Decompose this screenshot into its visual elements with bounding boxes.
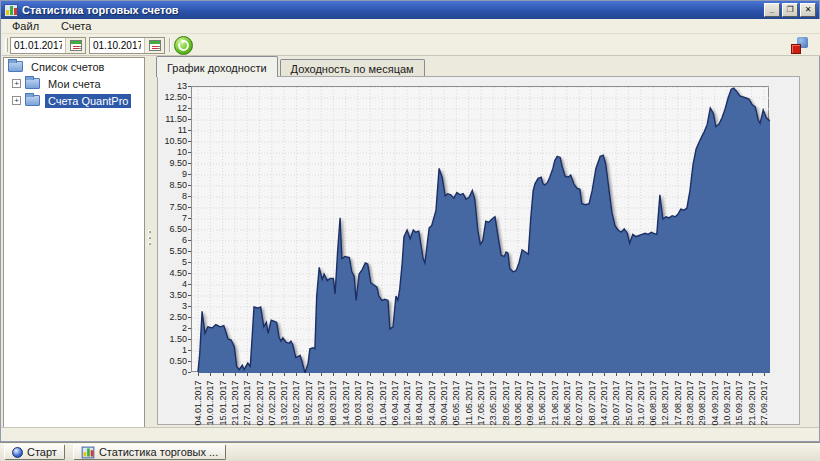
- calendar-icon: [149, 40, 161, 51]
- y-axis-tick: [188, 108, 191, 109]
- y-axis-label: 7.50: [161, 203, 187, 212]
- x-axis-label: 03.06.2017: [512, 377, 524, 429]
- x-axis-label: 27.09.2017: [758, 377, 770, 429]
- status-bar: [1, 427, 819, 441]
- y-axis-label: 3: [161, 302, 187, 311]
- folder-icon: [8, 61, 23, 72]
- x-axis-label: 25.07.2017: [623, 377, 635, 429]
- x-axis-label: 10.01.2017: [204, 377, 216, 429]
- x-axis-tick: [702, 373, 703, 376]
- date-to-calendar-button[interactable]: [144, 38, 164, 53]
- app-window: Статистика торговых счетов _ ❐ ✕ Файл Сч…: [0, 0, 820, 442]
- x-axis-tick: [641, 373, 642, 376]
- date-from-input[interactable]: [11, 38, 65, 53]
- x-axis-label: 25.02.2017: [303, 377, 315, 429]
- y-axis-tick: [188, 361, 191, 362]
- x-axis-label: 07.02.2017: [266, 377, 278, 429]
- area-series-svg: [192, 87, 770, 373]
- tab-monthly-profit[interactable]: Доходность по месяцам: [280, 59, 425, 77]
- y-axis-label: 10: [161, 148, 187, 157]
- x-axis-tick: [542, 373, 543, 376]
- x-axis-tick: [383, 373, 384, 376]
- tab-profit-chart[interactable]: График доходности: [156, 56, 278, 77]
- profit-area-chart: 00.5011.5022.5033.5044.5055.5066.5077.50…: [161, 81, 806, 427]
- x-axis-tick: [284, 373, 285, 376]
- x-axis-label: 14.03.2017: [340, 377, 352, 429]
- menu-file[interactable]: Файл: [10, 19, 41, 33]
- y-axis-label: 4: [161, 280, 187, 289]
- x-axis-label: 01.04.2017: [377, 377, 389, 429]
- x-axis-tick: [456, 373, 457, 376]
- panel-splitter[interactable]: [145, 57, 154, 428]
- minimize-button[interactable]: _: [764, 3, 780, 17]
- tree-root-accounts-list[interactable]: Список счетов: [4, 58, 144, 75]
- x-axis-tick: [358, 373, 359, 376]
- x-axis-label: 15.01.2017: [217, 377, 229, 429]
- y-axis-tick: [188, 273, 191, 274]
- x-axis-label: 04.01.2017: [192, 377, 204, 429]
- x-axis-label: 06.08.2017: [647, 377, 659, 429]
- x-axis-tick: [272, 373, 273, 376]
- y-axis-tick: [188, 163, 191, 164]
- y-axis-label: 10.50: [161, 137, 187, 146]
- x-axis-tick: [198, 373, 199, 376]
- y-axis-label: 8: [161, 192, 187, 201]
- y-axis-label: 9.50: [161, 159, 187, 168]
- menu-bar: Файл Счета: [2, 19, 820, 34]
- x-axis-label: 18.04.2017: [413, 377, 425, 429]
- x-axis-label: 21.01.2017: [229, 377, 241, 429]
- x-axis-label: 02.07.2017: [573, 377, 585, 429]
- x-axis-label: 05.05.2017: [450, 377, 462, 429]
- date-from-group: [10, 37, 86, 54]
- y-axis-tick: [188, 284, 191, 285]
- x-axis-label: 26.06.2017: [561, 377, 573, 429]
- x-axis-label: 28.05.2017: [500, 377, 512, 429]
- tree-item-quantpro-accounts[interactable]: + Счета QuantPro: [4, 92, 144, 109]
- x-axis-tick: [407, 373, 408, 376]
- x-axis-tick: [333, 373, 334, 376]
- toolbar-separator: [169, 38, 171, 52]
- taskbar-app-label: Статистика торговых ...: [99, 446, 218, 458]
- start-button[interactable]: Старт: [4, 444, 65, 460]
- y-axis-tick: [188, 339, 191, 340]
- x-axis-label: 10.09.2017: [721, 377, 733, 429]
- x-axis-tick: [653, 373, 654, 376]
- x-axis-tick: [432, 373, 433, 376]
- y-axis-label: 5.50: [161, 247, 187, 256]
- y-axis-label: 12.50: [161, 93, 187, 102]
- x-axis-tick: [247, 373, 248, 376]
- y-axis-label: 5: [161, 258, 187, 267]
- tree-item-my-accounts[interactable]: + Мои счета: [4, 75, 144, 92]
- expand-plus-icon[interactable]: +: [12, 96, 21, 105]
- close-button[interactable]: ✕: [800, 3, 816, 17]
- refresh-button[interactable]: [174, 36, 193, 55]
- x-axis-tick: [481, 373, 482, 376]
- x-axis-label: 21.09.2017: [746, 377, 758, 429]
- taskbar-app-button[interactable]: Статистика торговых ...: [73, 444, 226, 460]
- menu-accounts[interactable]: Счета: [59, 19, 93, 33]
- calendar-icon: [70, 40, 82, 51]
- y-axis-tick: [188, 306, 191, 307]
- x-axis-tick: [309, 373, 310, 376]
- x-axis-label: 19.02.2017: [290, 377, 302, 429]
- window-title: Статистика торговых счетов: [22, 4, 762, 16]
- y-axis-label: 4.50: [161, 269, 187, 278]
- y-axis-tick: [188, 240, 191, 241]
- refresh-icon: [177, 39, 190, 52]
- restore-button[interactable]: ❐: [782, 3, 798, 17]
- date-to-input[interactable]: [90, 38, 144, 53]
- os-taskbar: Старт Статистика торговых ...: [0, 442, 820, 461]
- y-axis-tick: [188, 196, 191, 197]
- y-axis-tick: [188, 229, 191, 230]
- y-axis-tick: [188, 207, 191, 208]
- toolbar-grip[interactable]: [5, 38, 8, 52]
- expand-plus-icon[interactable]: +: [12, 79, 21, 88]
- exit-app-icon[interactable]: [791, 37, 808, 54]
- date-from-calendar-button[interactable]: [65, 38, 85, 53]
- x-axis-tick: [567, 373, 568, 376]
- x-axis-label: 15.09.2017: [733, 377, 745, 429]
- red-square-icon: [791, 44, 801, 54]
- x-axis-tick: [665, 373, 666, 376]
- x-axis-label: 31.07.2017: [635, 377, 647, 429]
- x-axis-tick: [739, 373, 740, 376]
